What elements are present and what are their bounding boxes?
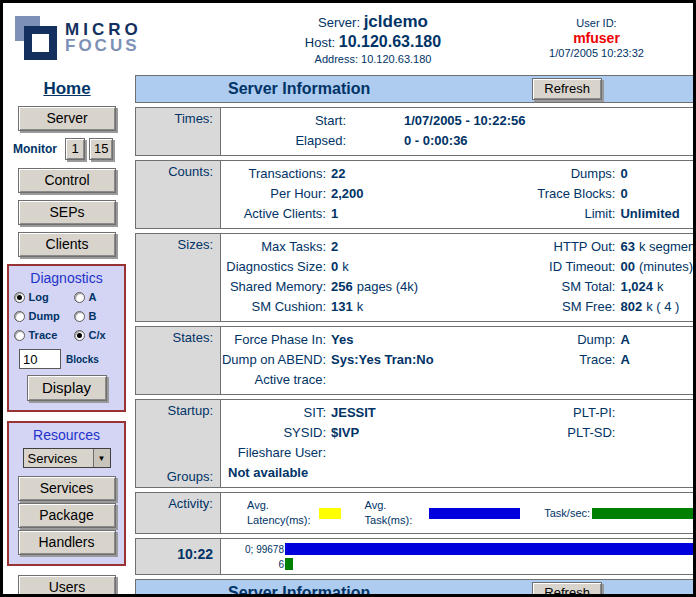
sit-label: SIT:: [221, 403, 326, 423]
task-per-sec-bar: [285, 558, 293, 570]
resources-panel: Resources Services ▼ Services Package Ha…: [7, 421, 126, 566]
package-button[interactable]: Package: [18, 503, 116, 528]
elapsed-value: 0 - 0:00:36: [404, 131, 468, 151]
dump-state-value: A: [620, 330, 629, 350]
shared-memory-value: 256: [331, 277, 353, 297]
diagnostics-size-value: 0: [331, 257, 338, 277]
bar-row-2-value: 6: [221, 559, 285, 570]
trace-blocks-label: Trace Blocks:: [505, 184, 615, 204]
radio-trace-label: Trace: [29, 329, 58, 341]
radio-a-icon[interactable]: [74, 292, 85, 303]
seps-button[interactable]: SEPs: [18, 200, 116, 225]
radio-cx[interactable]: C/x: [74, 329, 120, 341]
radio-trace-icon[interactable]: [14, 330, 25, 341]
page-title: Server Information: [228, 80, 370, 98]
shared-memory-label: Shared Memory:: [221, 277, 326, 297]
section-states: States: Force Phase In:Yes Dump:A Dump o…: [135, 326, 696, 395]
home-link[interactable]: Home: [5, 79, 129, 99]
fileshare-user-label: Fileshare User:: [221, 443, 326, 463]
force-phase-in-value: Yes: [331, 330, 353, 350]
server-identity: Server: jcldemo Host: 10.120.63.180 Addr…: [228, 12, 518, 65]
handlers-button[interactable]: Handlers: [18, 530, 116, 555]
address-value: 10.120.63.180: [361, 53, 431, 65]
sm-cushion-suffix: k: [357, 297, 364, 317]
radio-b-label: B: [89, 310, 97, 322]
radio-b[interactable]: B: [74, 310, 120, 322]
logo-dark-square: [24, 26, 57, 60]
page-title-bottom: Server Information: [228, 584, 370, 597]
trace-blocks-value: 0: [620, 184, 627, 204]
header-timestamp: 1/07/2005 10:23:32: [518, 47, 675, 59]
monitor-15-button[interactable]: 15: [89, 138, 113, 160]
radio-trace[interactable]: Trace: [14, 329, 74, 341]
monitor-1-button[interactable]: 1: [65, 138, 85, 160]
refresh-button-top[interactable]: Refresh: [532, 78, 602, 100]
diagnostics-size-label: Diagnostics Size:: [221, 257, 326, 277]
transactions-label: Transactions:: [221, 164, 326, 184]
refresh-button-bottom[interactable]: Refresh: [532, 582, 602, 597]
user-id-value: mfuser: [518, 30, 675, 46]
force-phase-in-label: Force Phase In:: [221, 330, 326, 350]
title-bar-top: Server Information Refresh: [135, 75, 696, 103]
radio-a[interactable]: A: [74, 291, 120, 303]
server-label: Server:: [318, 15, 360, 30]
radio-a-label: A: [89, 291, 97, 303]
main-content: Server Information Refresh Times: Start:…: [135, 75, 696, 597]
http-out-label: HTTP Out:: [505, 237, 615, 257]
section-startup: Startup: Groups: SIT:JESSIT PLT-PI: SYSI…: [135, 399, 696, 488]
section-times: Times: Start:1/07/2005 - 10:22:56 Elapse…: [135, 107, 696, 156]
section-activity-sample: 10:22 0; 99678 6: [135, 538, 696, 575]
per-hour-value: 2,200: [331, 184, 364, 204]
resources-select[interactable]: Services ▼: [23, 448, 111, 468]
latency-task-bar-row: 0; 99678: [221, 542, 696, 556]
blocks-input[interactable]: [19, 349, 61, 369]
diagnostics-radio-group: Log A Dump B Trace C/x: [11, 291, 122, 341]
server-name: jcldemo: [364, 12, 428, 31]
radio-log-icon[interactable]: [14, 292, 25, 303]
monitor-row: Monitor 1 15: [13, 138, 129, 160]
task-per-sec-swatch: [592, 508, 696, 519]
limit-label: Limit:: [505, 204, 615, 224]
diagnostics-panel: Diagnostics Log A Dump B Trace C/x Block…: [7, 264, 126, 412]
avg-latency-label: Avg. Latency(ms):: [247, 498, 317, 528]
host-value: 10.120.63.180: [339, 33, 441, 50]
radio-cx-icon[interactable]: [74, 330, 85, 341]
users-button[interactable]: Users: [18, 575, 116, 597]
times-label: Times:: [136, 108, 221, 155]
dump-on-abend-value: Sys:Yes Tran:No: [331, 350, 434, 370]
control-button[interactable]: Control: [18, 168, 116, 193]
host-label: Host:: [305, 35, 335, 50]
radio-b-icon[interactable]: [74, 311, 85, 322]
per-hour-label: Per Hour:: [221, 184, 326, 204]
dumps-value: 0: [620, 164, 627, 184]
radio-log[interactable]: Log: [14, 291, 74, 303]
active-clients-value: 1: [331, 204, 338, 224]
blocks-row: Blocks: [19, 349, 122, 369]
groups-label: Groups:: [136, 469, 213, 484]
trace-state-label: Trace:: [505, 350, 615, 370]
radio-dump[interactable]: Dump: [14, 310, 74, 322]
active-trace-label: Active trace:: [221, 370, 326, 390]
server-button[interactable]: Server: [18, 106, 116, 131]
address-label: Address:: [315, 53, 358, 65]
start-value: 1/07/2005 - 10:22:56: [404, 111, 525, 131]
counts-label: Counts:: [136, 161, 221, 228]
sysid-value: $IVP: [331, 423, 359, 443]
title-bar-bottom: Server Information Refresh: [135, 579, 696, 597]
page: MICRO FOCUS Server: jcldemo Host: 10.120…: [0, 0, 696, 597]
sit-value: JESSIT: [331, 403, 376, 423]
http-out-value: 63: [620, 237, 634, 257]
micro-focus-logo: MICRO FOCUS: [3, 13, 228, 63]
plt-pi-label: PLT-PI:: [505, 403, 615, 423]
http-out-suffix: k segments: [639, 237, 696, 257]
clients-button[interactable]: Clients: [18, 232, 116, 257]
services-button[interactable]: Services: [18, 476, 116, 501]
radio-cx-label: C/x: [89, 329, 106, 341]
display-button[interactable]: Display: [27, 375, 107, 401]
chevron-down-icon[interactable]: ▼: [93, 449, 110, 467]
activity-legend: Avg. Latency(ms): Avg. Task(ms): Task/se…: [221, 495, 696, 531]
resources-select-value: Services: [24, 449, 93, 467]
id-timeout-suffix: (minutes): [639, 257, 693, 277]
radio-dump-icon[interactable]: [14, 311, 25, 322]
latency-swatch: [319, 508, 341, 519]
